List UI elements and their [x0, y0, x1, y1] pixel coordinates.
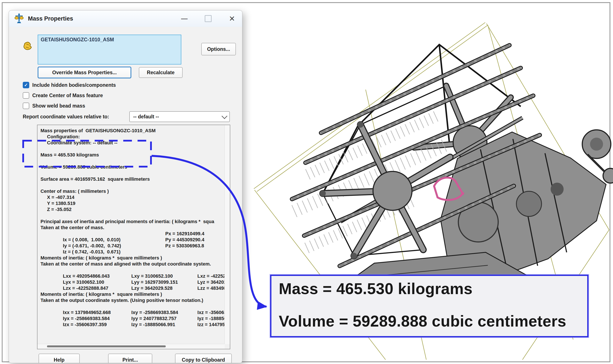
- report-line: Center of mass: ( millimeters ): [41, 188, 225, 194]
- checkbox-row-create-com[interactable]: Create Center of Mass feature: [23, 92, 103, 99]
- checkbox-unchecked-icon[interactable]: [23, 92, 29, 99]
- report-surface-line: Surface area = 40165975.162 square milli…: [41, 176, 225, 182]
- copy-to-clipboard-button[interactable]: Copy to Clipboard: [175, 354, 232, 363]
- report-line: Coordinate system: -- default --: [41, 140, 225, 146]
- chevron-down-icon: [222, 113, 227, 119]
- checkbox-checked-icon[interactable]: ✓: [23, 82, 29, 88]
- checkbox-unchecked-icon[interactable]: [23, 103, 29, 109]
- mass-properties-icon: [14, 13, 24, 24]
- checkbox-row-include-hidden[interactable]: ✓ Include hidden bodies/components: [23, 82, 116, 88]
- checkbox-label: Include hidden bodies/components: [32, 82, 116, 88]
- callout-mass-text: Mass = 465.530 kilograms: [279, 280, 473, 298]
- maximize-icon[interactable]: [203, 14, 213, 24]
- report-line: Principal axes of inertia and principal …: [41, 219, 225, 225]
- report-line: Lyx = 3100652.100Lyy = 162973099.151Lyz …: [41, 273, 225, 279]
- help-button[interactable]: Help: [39, 354, 80, 363]
- report-line: Z = -35.052: [41, 207, 225, 212]
- assembly-icon: [22, 40, 34, 53]
- mass-properties-report-panel[interactable]: Mass properties of GETAISHUSONGZC-1010_A…: [37, 125, 230, 349]
- selection-value: GETAISHUSONGZC-1010_ASM: [41, 37, 114, 42]
- report-line: Taken at the center of mass and aligned …: [41, 261, 225, 267]
- checkbox-row-weld-bead[interactable]: Show weld bead mass: [23, 103, 85, 109]
- report-line: Lzx = -42252888.847Lzy = 3642029.528Lzz …: [41, 279, 225, 285]
- options-button[interactable]: Options...: [201, 43, 236, 55]
- report-line: X = -407.314: [41, 194, 225, 200]
- coordinate-system-dropdown[interactable]: -- default --: [129, 111, 230, 122]
- report-line: Ix = ( 0.008, 1.000, 0.010)Px = 16291049…: [41, 231, 225, 237]
- print-button[interactable]: Print...: [108, 354, 152, 363]
- callout-volume-text: Volume = 59289.888 cubic centimeters: [279, 312, 566, 330]
- image-border-frame: Mass = 465.530 kilograms Volume = 59289.…: [2, 2, 610, 362]
- dialog-title: Mass Properties: [28, 15, 73, 22]
- horizontal-scrollbar-thumb[interactable]: [47, 345, 166, 347]
- report-line: Iy = (-0.671, -0.002, 0.742)Py = 4453092…: [41, 237, 225, 243]
- screenshot-root: Mass = 465.530 kilograms Volume = 59289.…: [0, 0, 613, 364]
- checkbox-label: Show weld bead mass: [32, 103, 85, 109]
- report-line: Moments of inertia: ( kilograms * square…: [41, 291, 225, 297]
- mass-volume-callout: Mass = 465.530 kilograms Volume = 59289.…: [270, 275, 588, 337]
- selection-input[interactable]: GETAISHUSONGZC-1010_ASM: [38, 35, 181, 65]
- report-line: Iz = ( 0.742, -0.013, 0.671)Pz = 5303069…: [41, 243, 225, 249]
- horizontal-scrollbar[interactable]: [38, 344, 225, 349]
- report-line: Izx = -35606397.359Izy = -18885066.991Iz…: [41, 315, 225, 322]
- dialog-titlebar[interactable]: Mass Properties — ✕: [9, 10, 242, 27]
- report-line: Iyx = -258669383.584Iyy = 240778832.757I…: [41, 310, 225, 315]
- report-line: Configuration:: [41, 134, 225, 140]
- report-line: Y = 1380.519: [41, 200, 225, 207]
- report-text: Mass properties of GETAISHUSONGZC-1010_A…: [38, 125, 225, 344]
- close-icon[interactable]: ✕: [227, 14, 237, 24]
- report-line: Mass properties of GETAISHUSONGZC-1010_A…: [41, 128, 225, 134]
- dropdown-value: -- default --: [133, 114, 159, 120]
- report-line: Moments of inertia: ( kilograms * square…: [41, 255, 225, 261]
- report-volume-line: Volume = 59289.888 cubic centimeters: [41, 164, 225, 170]
- checkbox-label: Create Center of Mass feature: [32, 93, 103, 98]
- recalculate-button[interactable]: Recalculate: [139, 67, 183, 78]
- mass-properties-dialog: Mass Properties — ✕ GETAISHUSONGZC-1010_…: [9, 10, 242, 363]
- override-mass-properties-button[interactable]: Override Mass Properties...: [38, 67, 131, 78]
- minimize-icon[interactable]: —: [179, 14, 189, 24]
- vertical-scrollbar[interactable]: [224, 125, 230, 344]
- coordinate-relative-label: Report coordinate values relative to:: [23, 114, 109, 120]
- report-line: Taken at the output coordinate system. (…: [41, 297, 225, 303]
- report-line: Taken at the center of mass.: [41, 225, 225, 231]
- report-line: Ixx = 1379849652.668Ixy = -258669383.584…: [41, 303, 225, 310]
- report-line: Lxx = 492054866.043Lxy = 3100652.100Lxz …: [41, 267, 225, 273]
- report-mass-line: Mass = 465.530 kilograms: [41, 152, 225, 158]
